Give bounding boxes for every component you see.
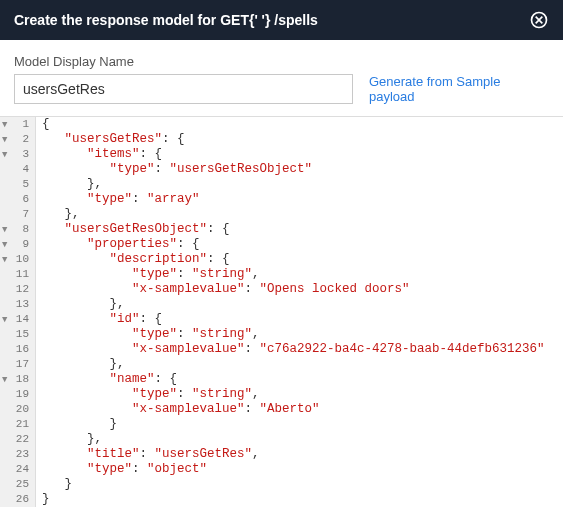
- line-number: 25: [0, 477, 36, 492]
- code-content[interactable]: },: [36, 432, 102, 447]
- code-content[interactable]: "type": "string",: [36, 327, 260, 342]
- editor-line[interactable]: 11 "type": "string",: [0, 267, 563, 282]
- fold-icon[interactable]: ▼: [2, 148, 7, 163]
- code-content[interactable]: "x-samplevalue": "Aberto": [36, 402, 320, 417]
- line-number: 5: [0, 177, 36, 192]
- line-number: 23: [0, 447, 36, 462]
- code-content[interactable]: "type": "array": [36, 192, 200, 207]
- editor-line[interactable]: 10▼ "description": {: [0, 252, 563, 267]
- line-number: 3▼: [0, 147, 36, 162]
- generate-from-sample-link[interactable]: Generate from Sample payload: [369, 74, 549, 104]
- editor-line[interactable]: 14▼ "id": {: [0, 312, 563, 327]
- line-number: 6: [0, 192, 36, 207]
- line-number: 15: [0, 327, 36, 342]
- code-content[interactable]: "x-samplevalue": "Opens locked doors": [36, 282, 410, 297]
- line-number: 17: [0, 357, 36, 372]
- editor-line[interactable]: 6 "type": "array": [0, 192, 563, 207]
- line-number: 4: [0, 162, 36, 177]
- code-content[interactable]: "type": "usersGetResObject": [36, 162, 312, 177]
- code-content[interactable]: "type": "string",: [36, 387, 260, 402]
- code-content[interactable]: },: [36, 357, 125, 372]
- json-editor[interactable]: 1▼{2▼ "usersGetRes": {3▼ "items": {4 "ty…: [0, 116, 563, 507]
- editor-line[interactable]: 12 "x-samplevalue": "Opens locked doors": [0, 282, 563, 297]
- editor-line[interactable]: 9▼ "properties": {: [0, 237, 563, 252]
- code-content[interactable]: "properties": {: [36, 237, 200, 252]
- code-content[interactable]: "title": "usersGetRes",: [36, 447, 260, 462]
- editor-line[interactable]: 8▼ "usersGetResObject": {: [0, 222, 563, 237]
- code-content[interactable]: {: [36, 117, 50, 132]
- editor-line[interactable]: 21 }: [0, 417, 563, 432]
- editor-line[interactable]: 24 "type": "object": [0, 462, 563, 477]
- editor-line[interactable]: 25 }: [0, 477, 563, 492]
- code-content[interactable]: "id": {: [36, 312, 162, 327]
- line-number: 11: [0, 267, 36, 282]
- line-number: 24: [0, 462, 36, 477]
- line-number: 22: [0, 432, 36, 447]
- line-number: 10▼: [0, 252, 36, 267]
- editor-line[interactable]: 5 },: [0, 177, 563, 192]
- editor-line[interactable]: 18▼ "name": {: [0, 372, 563, 387]
- editor-line[interactable]: 20 "x-samplevalue": "Aberto": [0, 402, 563, 417]
- line-number: 12: [0, 282, 36, 297]
- dialog-title: Create the response model for GET{' '} /…: [14, 12, 318, 28]
- code-content[interactable]: "usersGetRes": {: [36, 132, 185, 147]
- code-content[interactable]: "type": "object": [36, 462, 207, 477]
- line-number: 26: [0, 492, 36, 507]
- line-number: 20: [0, 402, 36, 417]
- editor-line[interactable]: 1▼{: [0, 117, 563, 132]
- line-number: 1▼: [0, 117, 36, 132]
- fold-icon[interactable]: ▼: [2, 223, 7, 238]
- editor-line[interactable]: 2▼ "usersGetRes": {: [0, 132, 563, 147]
- line-number: 18▼: [0, 372, 36, 387]
- code-content[interactable]: "x-samplevalue": "c76a2922-ba4c-4278-baa…: [36, 342, 545, 357]
- code-content[interactable]: }: [36, 477, 72, 492]
- code-content[interactable]: "type": "string",: [36, 267, 260, 282]
- line-number: 13: [0, 297, 36, 312]
- code-content[interactable]: },: [36, 297, 125, 312]
- code-content[interactable]: "usersGetResObject": {: [36, 222, 230, 237]
- code-content[interactable]: "name": {: [36, 372, 177, 387]
- fold-icon[interactable]: ▼: [2, 238, 7, 253]
- code-content[interactable]: "items": {: [36, 147, 162, 162]
- editor-line[interactable]: 7 },: [0, 207, 563, 222]
- fold-icon[interactable]: ▼: [2, 253, 7, 268]
- dialog-body: Model Display Name Generate from Sample …: [0, 40, 563, 116]
- line-number: 2▼: [0, 132, 36, 147]
- close-icon[interactable]: [529, 10, 549, 30]
- editor-line[interactable]: 26}: [0, 492, 563, 507]
- fold-icon[interactable]: ▼: [2, 133, 7, 148]
- fold-icon[interactable]: ▼: [2, 373, 7, 388]
- editor-line[interactable]: 13 },: [0, 297, 563, 312]
- editor-line[interactable]: 19 "type": "string",: [0, 387, 563, 402]
- line-number: 8▼: [0, 222, 36, 237]
- editor-line[interactable]: 3▼ "items": {: [0, 147, 563, 162]
- fold-icon[interactable]: ▼: [2, 313, 7, 328]
- editor-line[interactable]: 22 },: [0, 432, 563, 447]
- line-number: 21: [0, 417, 36, 432]
- editor-line[interactable]: 17 },: [0, 357, 563, 372]
- editor-line[interactable]: 16 "x-samplevalue": "c76a2922-ba4c-4278-…: [0, 342, 563, 357]
- line-number: 9▼: [0, 237, 36, 252]
- line-number: 7: [0, 207, 36, 222]
- editor-line[interactable]: 4 "type": "usersGetResObject": [0, 162, 563, 177]
- dialog-header: Create the response model for GET{' '} /…: [0, 0, 563, 40]
- fold-icon[interactable]: ▼: [2, 118, 7, 133]
- editor-line[interactable]: 23 "title": "usersGetRes",: [0, 447, 563, 462]
- code-content[interactable]: "description": {: [36, 252, 230, 267]
- code-content[interactable]: }: [36, 492, 50, 507]
- code-content[interactable]: },: [36, 177, 102, 192]
- line-number: 19: [0, 387, 36, 402]
- model-display-name-input[interactable]: [14, 74, 353, 104]
- code-content[interactable]: }: [36, 417, 117, 432]
- editor-line[interactable]: 15 "type": "string",: [0, 327, 563, 342]
- line-number: 14▼: [0, 312, 36, 327]
- code-content[interactable]: },: [36, 207, 80, 222]
- model-display-name-label: Model Display Name: [14, 54, 134, 69]
- line-number: 16: [0, 342, 36, 357]
